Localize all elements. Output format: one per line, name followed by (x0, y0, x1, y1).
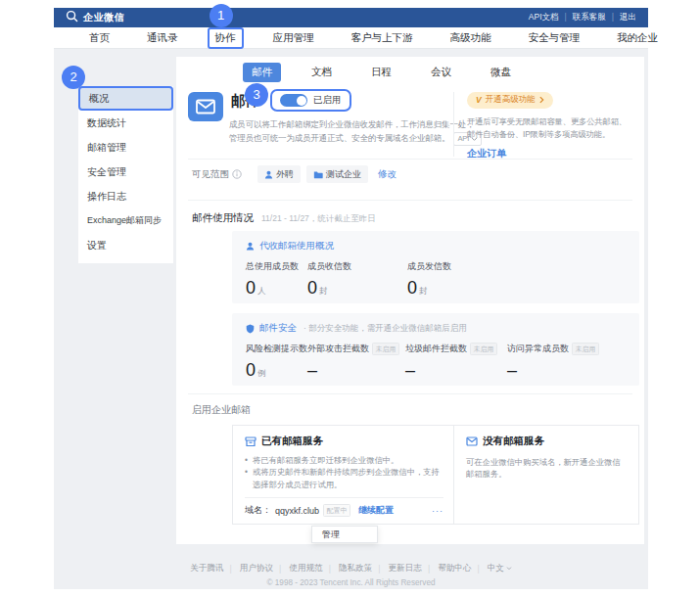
mail-security-stats: 风险检测提示数 0例 外部攻击拦截数未启用 – 垃圾邮件拦截数未启用 – 访问异… (246, 343, 626, 381)
stat-value: – (405, 360, 415, 381)
divider (188, 159, 632, 160)
annotation-marker-2: 2 (62, 66, 85, 89)
stat-value: 0 (246, 360, 256, 381)
upgrade-badge-label: 开通高级功能 (486, 94, 536, 106)
mailbox-usage-panel: 代收邮箱使用概况 总使用成员数 0人 成员收信数 0封 成员发信数 0封 (232, 231, 639, 303)
stat-unit: 例 (257, 368, 266, 380)
stat-unit: 封 (319, 286, 328, 298)
footer-link-agreement[interactable]: 用户协议 (223, 563, 273, 574)
footer-link-changelog[interactable]: 更新日志 (372, 563, 422, 574)
mail-security-header-text: 邮件安全 (259, 322, 297, 335)
domain-status-badge: 配置中 (323, 504, 350, 517)
tab-calendar[interactable]: 日程 (362, 63, 400, 82)
toggle-status-label: 已启用 (313, 94, 342, 107)
mailbox-service-boxes: 已有邮箱服务 将已有邮箱服务立即迁移到企业微信中。 或将历史邮件和新邮件持续同步… (232, 425, 639, 525)
nav-item-advanced[interactable]: 高级功能 (444, 29, 497, 47)
main-nav: 首页 通讯录 1 协作 应用管理 客户与上下游 高级功能 安全与管理 我的企业 (54, 27, 648, 49)
menu-item-manage[interactable]: 管理 (322, 529, 340, 539)
nav-item-home[interactable]: 首页 (83, 29, 116, 47)
scope-member-name: 外聘 (276, 168, 294, 181)
continue-config-link[interactable]: 继续配置 (358, 504, 394, 517)
topbar-links: API文档 联系客服 退出 (529, 12, 636, 23)
nav-item-collaboration[interactable]: 1 协作 (208, 27, 244, 49)
mailbox-usage-header: 代收邮箱使用概况 (246, 240, 626, 253)
usage-title-row: 邮件使用情况 11/21 - 11/27，统计截止至昨日 (192, 211, 376, 225)
not-enabled-badge: 未启用 (470, 343, 497, 355)
stat-total-members: 总使用成员数 0人 (246, 260, 307, 298)
tab-meeting[interactable]: 会议 (422, 63, 460, 82)
footer-link-privacy[interactable]: 隐私政策 (323, 563, 373, 574)
footer-link-about[interactable]: 关于腾讯 (190, 563, 223, 574)
sidebar-item-security[interactable]: 安全管理 (78, 160, 173, 184)
topbar: 企业微信 API文档 联系客服 退出 (54, 8, 648, 27)
sidebar-item-settings[interactable]: 设置 (78, 233, 173, 257)
visible-scope-label-text: 可见范围 (192, 168, 229, 181)
sidebar-item-mailbox-mgmt[interactable]: 邮箱管理 (78, 135, 173, 160)
stat-label: 总使用成员数 (246, 260, 307, 273)
usage-period: 11/21 - 11/27，统计截止至昨日 (261, 213, 376, 225)
mail-description: 成员可以将工作邮箱绑定到企业微信收发邮件，工作消息归集一处； 管理员也可统一为成… (229, 117, 482, 146)
main-panel: 邮件 文档 日程 会议 微盘 邮件 3 已启用 成员可以将工作邮箱绑定到企业微信… (176, 57, 644, 544)
vip-icon: V (476, 95, 482, 105)
domain-value: qqyxkf.club (275, 506, 319, 516)
annotation-marker-1: 1 (210, 4, 233, 27)
no-mailbox-box: 没有邮箱服务 可在企业微信中购买域名，新开通企业微信邮箱服务。 (454, 426, 638, 524)
mail-enabled-toggle[interactable] (280, 94, 307, 107)
stat-label: 垃圾邮件拦截数 (405, 343, 467, 355)
existing-mailbox-header-text: 已有邮箱服务 (261, 435, 323, 448)
no-mailbox-header: 没有邮箱服务 (466, 435, 627, 448)
domain-label: 域名： (245, 504, 271, 517)
stat-value: 0 (246, 278, 256, 298)
sidebar-item-overview[interactable]: 2 概况 (78, 86, 173, 111)
mail-security-header: 邮件安全 部分安全功能，需开通企业微信邮箱后启用 (246, 322, 626, 335)
footer-link-usage[interactable]: 使用规范 (273, 563, 323, 574)
contact-support-link[interactable]: 联系客服 (559, 12, 606, 23)
footer-link-help[interactable]: 帮助中心 (422, 563, 472, 574)
mail-description-line2: 管理员也可统一为成员开通正式、安全的专属域名企业邮箱。API (229, 131, 482, 146)
visible-scope-row: 可见范围 外聘 测试企业 修改 (192, 165, 397, 183)
sidebar-item-statistics[interactable]: 数据统计 (78, 111, 173, 135)
person-icon (264, 170, 273, 179)
sidebar: 2 概况 数据统计 邮箱管理 安全管理 操作日志 Exchange邮箱同步 设置 (78, 86, 173, 263)
tab-mail[interactable]: 邮件 (243, 63, 281, 82)
sidebar-item-exchange-sync[interactable]: Exchange邮箱同步 (78, 208, 173, 233)
stat-label: 外部攻击拦截数 (307, 343, 369, 355)
logo-text: 企业微信 (83, 11, 124, 24)
no-mailbox-desc: 可在企业微信中购买域名，新开通企业微信邮箱服务。 (466, 456, 627, 481)
mail-description-line1: 成员可以将工作邮箱绑定到企业微信收发邮件，工作消息归集一处； (229, 117, 482, 131)
feature-tabs: 邮件 文档 日程 会议 微盘 (243, 63, 520, 82)
mail-security-note: 部分安全功能，需开通企业微信邮箱后启用 (303, 323, 467, 335)
nav-item-my-company[interactable]: 我的企业 (611, 29, 664, 47)
nav-item-contacts[interactable]: 通讯录 (141, 29, 184, 47)
tab-docs[interactable]: 文档 (303, 63, 341, 82)
stat-spam-blocks: 垃圾邮件拦截数未启用 – (405, 343, 507, 381)
divider (188, 200, 632, 201)
nav-item-security-mgmt[interactable]: 安全与管理 (523, 29, 586, 47)
footer-links: 关于腾讯 用户协议 使用规范 隐私政策 更新日志 帮助中心 中文 (190, 563, 512, 574)
stat-sent-mails: 成员发信数 0封 (407, 260, 626, 298)
stat-value: – (307, 360, 317, 381)
mail-toggle-annotation-box: 3 已启用 (270, 89, 351, 112)
language-selector[interactable]: 中文 (472, 563, 512, 574)
sidebar-item-logs[interactable]: 操作日志 (78, 184, 173, 208)
person-icon (246, 242, 255, 251)
nav-item-apps[interactable]: 应用管理 (267, 29, 320, 47)
wecom-admin-page: 企业微信 API文档 联系客服 退出 首页 通讯录 1 协作 应用管理 客户与上… (0, 0, 700, 597)
nav-item-collaboration-label: 协作 (215, 31, 236, 43)
logout-link[interactable]: 退出 (606, 12, 636, 23)
api-docs-link[interactable]: API文档 (529, 12, 559, 23)
existing-mailbox-box: 已有邮箱服务 将已有邮箱服务立即迁移到企业微信中。 或将历史邮件和新邮件持续同步… (233, 426, 454, 524)
stat-risk-alerts: 风险检测提示数 0例 (246, 343, 307, 381)
tab-drive[interactable]: 微盘 (482, 63, 520, 82)
stat-label: 成员发信数 (407, 260, 626, 273)
nav-item-customers[interactable]: 客户与上下游 (346, 29, 419, 47)
scope-department-tag: 测试企业 (306, 165, 368, 183)
not-enabled-badge: 未启用 (372, 343, 399, 355)
edit-scope-link[interactable]: 修改 (378, 168, 397, 181)
more-actions-button[interactable]: ··· (432, 506, 443, 516)
archive-box-icon (245, 436, 257, 447)
upgrade-promo: V 开通高级功能 开通后可享受无限邮箱容量、更多公共邮箱、 邮件自动备份、IP限… (467, 89, 641, 161)
mail-app-icon (188, 92, 223, 121)
upgrade-badge-button[interactable]: V 开通高级功能 (467, 92, 553, 109)
stat-label: 风险检测提示数 (246, 343, 307, 355)
